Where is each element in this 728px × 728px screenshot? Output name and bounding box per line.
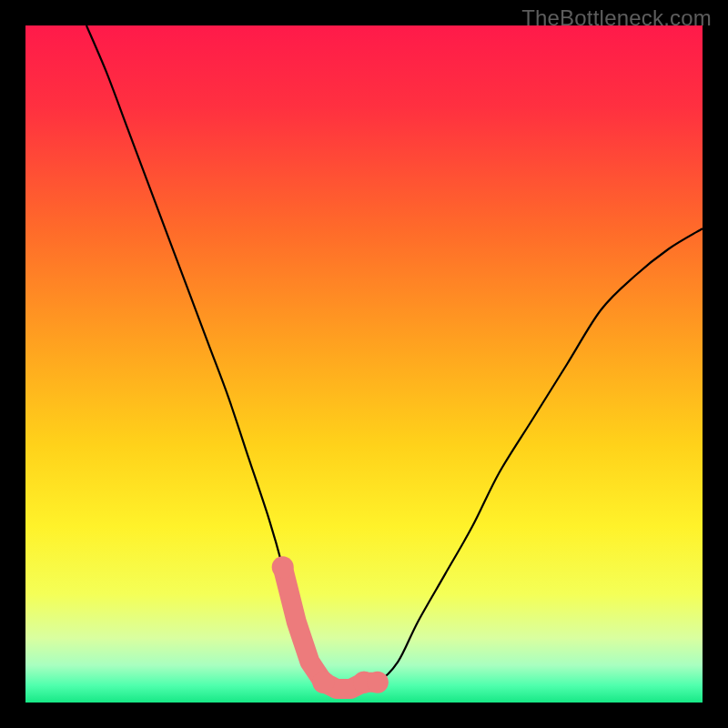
highlight-optimal-left bbox=[283, 567, 324, 682]
highlight-dot bbox=[312, 672, 334, 693]
highlight-dot bbox=[367, 672, 389, 693]
optimal-region-markers bbox=[272, 556, 389, 693]
chart-root: TheBottleneck.com bbox=[0, 0, 728, 728]
curve-layer bbox=[25, 25, 703, 703]
bottleneck-curve bbox=[86, 25, 703, 690]
plot-area bbox=[25, 25, 703, 703]
highlight-dot bbox=[272, 556, 294, 578]
